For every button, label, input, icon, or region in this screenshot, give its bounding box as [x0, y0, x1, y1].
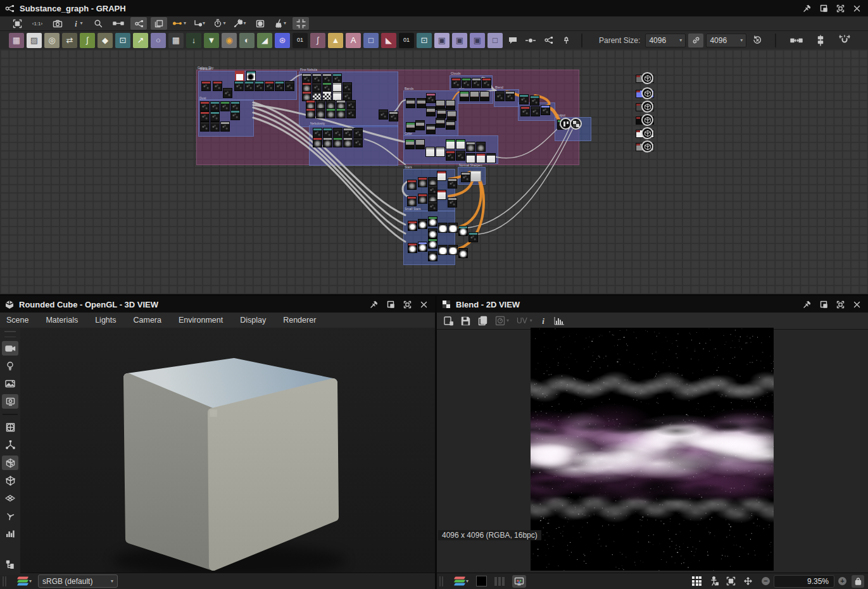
graph-node[interactable] [436, 118, 445, 128]
graph-node[interactable] [415, 120, 425, 130]
background-color-swatch[interactable] [476, 576, 487, 586]
node-button-subgraph[interactable] [541, 33, 556, 48]
float-window-icon[interactable] [820, 301, 827, 308]
graph-node[interactable] [405, 139, 415, 149]
graph-node[interactable] [541, 105, 550, 115]
reset-size-icon[interactable] [753, 35, 762, 45]
node-button-svg[interactable]: ▨ [27, 33, 42, 48]
statusbar-handle[interactable] [439, 576, 446, 586]
graph-node[interactable] [210, 121, 220, 132]
graph-node[interactable] [379, 109, 388, 120]
colorspace-select[interactable]: sRGB (default)▾ [38, 574, 118, 588]
graph-node[interactable] [406, 122, 415, 132]
graph-node[interactable] [448, 178, 457, 189]
stats-icon[interactable] [2, 526, 18, 541]
node-button-fx-map[interactable]: ▣ [434, 33, 450, 48]
close-icon[interactable] [420, 301, 427, 308]
pin-icon[interactable] [803, 4, 811, 13]
graph-node[interactable] [466, 153, 475, 163]
graph-node[interactable] [495, 91, 505, 101]
node-button-pixel-processor[interactable]: ▣ [470, 33, 485, 48]
graph-node[interactable] [458, 226, 468, 236]
menu-environment[interactable]: Environment [179, 316, 223, 325]
screenshot-button[interactable] [49, 17, 66, 30]
menu-camera[interactable]: Camera [134, 316, 161, 325]
lock-zoom-button[interactable] [852, 575, 864, 588]
graph-node[interactable] [472, 78, 481, 88]
display-settings-icon[interactable] [2, 394, 18, 409]
graph-node[interactable] [326, 108, 336, 118]
graph-node[interactable] [418, 194, 427, 204]
graph-node[interactable] [448, 197, 457, 208]
graph-node[interactable] [285, 81, 294, 91]
graph-node[interactable] [482, 78, 491, 88]
node-button-shape[interactable]: ○ [151, 33, 166, 48]
graph-node[interactable] [438, 223, 448, 233]
graph-node[interactable] [333, 137, 343, 147]
align-nodes-icon[interactable] [813, 34, 828, 47]
snap-magnet-icon[interactable] [837, 34, 852, 47]
parent-width-select[interactable]: 4096▾ [645, 34, 686, 47]
graph-node[interactable] [200, 111, 210, 121]
material-output-icon[interactable] [641, 127, 653, 139]
material-output-icon[interactable] [641, 114, 653, 126]
graph-node[interactable] [407, 196, 417, 206]
graph-node[interactable] [246, 71, 256, 81]
graph-node[interactable] [220, 121, 230, 132]
fit-frame-icon[interactable] [726, 576, 736, 586]
graph-node[interactable] [343, 128, 353, 138]
maximize-icon[interactable] [836, 301, 845, 309]
node-button-bitmap[interactable]: ▦ [9, 33, 24, 48]
graph-node[interactable] [353, 128, 363, 138]
maximize-icon[interactable] [836, 4, 845, 13]
menu-materials[interactable]: Materials [46, 316, 78, 325]
graph-node[interactable] [428, 239, 437, 249]
graph-node[interactable] [275, 81, 284, 91]
node-button-text[interactable]: A [346, 33, 361, 48]
graph-node[interactable] [530, 96, 539, 106]
material-output-icon[interactable] [641, 140, 653, 152]
graph-node[interactable] [446, 100, 455, 110]
axis-gizmo-icon[interactable] [2, 438, 18, 452]
graph-canvas[interactable]: Galaxy SkyStardustDustFine NebulaNebulos… [0, 49, 868, 295]
mannequin-icon[interactable] [710, 576, 719, 586]
graph-node[interactable] [437, 108, 446, 118]
connector-style-button[interactable]: ▾ [191, 17, 208, 30]
graph-node[interactable] [313, 137, 322, 147]
graph-node[interactable] [316, 108, 325, 118]
graph-node[interactable] [234, 81, 244, 91]
node-button-blend[interactable]: ◉ [222, 33, 237, 48]
node-button-frame[interactable]: □ [487, 33, 503, 48]
graph-node[interactable] [418, 242, 427, 252]
graph-node[interactable] [446, 120, 455, 130]
graph-node[interactable] [531, 106, 540, 116]
graph-node[interactable] [438, 245, 448, 255]
graph-node[interactable] [461, 172, 470, 182]
graph-node[interactable] [418, 219, 427, 229]
graph-node[interactable] [437, 190, 446, 200]
graph-node[interactable] [415, 139, 425, 149]
wrench-icon[interactable]: ▾ [232, 17, 248, 30]
save-icon[interactable] [461, 316, 470, 326]
node-button-height-blend[interactable]: ↓ [186, 33, 201, 48]
zoom-out-button[interactable]: − [762, 577, 770, 585]
graph-node[interactable] [220, 101, 230, 111]
statusbar-handle[interactable] [3, 576, 9, 586]
graph-node[interactable] [428, 228, 437, 239]
node-button-gradient[interactable]: ▼ [204, 33, 219, 48]
graph-node[interactable] [448, 245, 458, 255]
node-button-sharpen[interactable]: ◆ [97, 33, 113, 48]
graph-node[interactable] [406, 98, 415, 108]
graph-node[interactable] [353, 137, 363, 147]
node-button-transform[interactable]: ⊡ [115, 33, 130, 48]
menu-display[interactable]: Display [240, 316, 266, 325]
graph-node[interactable] [255, 81, 264, 91]
grid-toggle-icon[interactable] [692, 576, 701, 586]
texture-preview-2d[interactable] [531, 328, 774, 571]
graph-node[interactable] [436, 147, 445, 157]
material-output-icon[interactable] [641, 72, 653, 84]
material-output-icon[interactable] [641, 87, 653, 99]
color-layers-icon[interactable]: ▾ [18, 576, 32, 586]
pin-icon[interactable] [370, 301, 378, 309]
thumbnails-button[interactable] [252, 17, 268, 30]
